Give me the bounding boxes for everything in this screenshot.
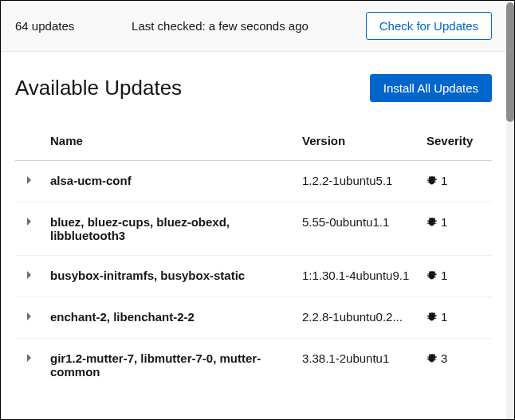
scrollbar-thumb[interactable] (506, 2, 514, 122)
col-header-expand (15, 124, 44, 161)
table-row: gir1.2-mutter-7, libmutter-7-0, mutter-c… (15, 339, 492, 392)
bug-icon (427, 353, 438, 367)
package-name: enchant-2, libenchant-2-2 (44, 297, 296, 339)
package-version: 5.55-0ubuntu1.1 (296, 202, 420, 256)
updates-table: Name Version Severity alsa-ucm-conf1.2.2… (15, 124, 492, 391)
severity-count: 1 (441, 269, 447, 282)
check-for-updates-button[interactable]: Check for Updates (366, 12, 492, 40)
severity-count: 3 (441, 351, 447, 365)
scrollbar-track[interactable] (506, 1, 514, 419)
bug-icon (427, 312, 438, 325)
col-header-name: Name (44, 124, 296, 161)
col-header-version: Version (296, 124, 420, 161)
expand-toggle[interactable] (15, 161, 44, 202)
severity-count: 1 (441, 215, 447, 229)
table-row: enchant-2, libenchant-2-22.2.8-1ubuntu0.… (15, 297, 492, 339)
chevron-right-icon (26, 269, 33, 282)
chevron-right-icon (26, 351, 33, 365)
package-name: alsa-ucm-conf (44, 161, 296, 202)
page-title: Available Updates (15, 76, 182, 100)
table-row: alsa-ucm-conf1.2.2-1ubuntu5.11 (15, 161, 492, 202)
expand-toggle[interactable] (15, 297, 44, 339)
package-name: gir1.2-mutter-7, libmutter-7-0, mutter-c… (44, 339, 296, 392)
bug-icon (427, 270, 438, 284)
package-name: bluez, bluez-cups, bluez-obexd, libbluet… (44, 202, 296, 256)
title-row: Available Updates Install All Updates (15, 74, 492, 102)
package-severity: 3 (420, 339, 492, 392)
last-checked: Last checked: a few seconds ago (84, 19, 356, 33)
install-all-button[interactable]: Install All Updates (370, 74, 492, 102)
expand-toggle[interactable] (15, 339, 44, 392)
chevron-right-icon (26, 215, 33, 229)
severity-count: 1 (441, 174, 447, 187)
header-bar: 64 updates Last checked: a few seconds a… (1, 1, 506, 52)
package-version: 1:1.30.1-4ubuntu9.1 (296, 256, 420, 297)
package-version: 3.38.1-2ubuntu1 (296, 339, 420, 392)
bug-icon (427, 175, 438, 189)
col-header-severity: Severity (420, 124, 492, 161)
severity-count: 1 (441, 310, 447, 324)
expand-toggle[interactable] (15, 202, 44, 256)
package-name: busybox-initramfs, busybox-static (44, 256, 296, 297)
package-severity: 1 (420, 161, 492, 202)
package-version: 2.2.8-1ubuntu0.2... (296, 297, 420, 339)
table-row: bluez, bluez-cups, bluez-obexd, libbluet… (15, 202, 492, 256)
package-severity: 1 (420, 202, 492, 256)
expand-toggle[interactable] (15, 256, 44, 297)
table-row: busybox-initramfs, busybox-static1:1.30.… (15, 256, 492, 297)
package-version: 1.2.2-1ubuntu5.1 (296, 161, 420, 202)
updates-count: 64 updates (15, 19, 74, 33)
chevron-right-icon (26, 310, 33, 324)
chevron-right-icon (26, 174, 33, 187)
package-severity: 1 (420, 256, 492, 297)
bug-icon (427, 217, 438, 230)
package-severity: 1 (420, 297, 492, 339)
